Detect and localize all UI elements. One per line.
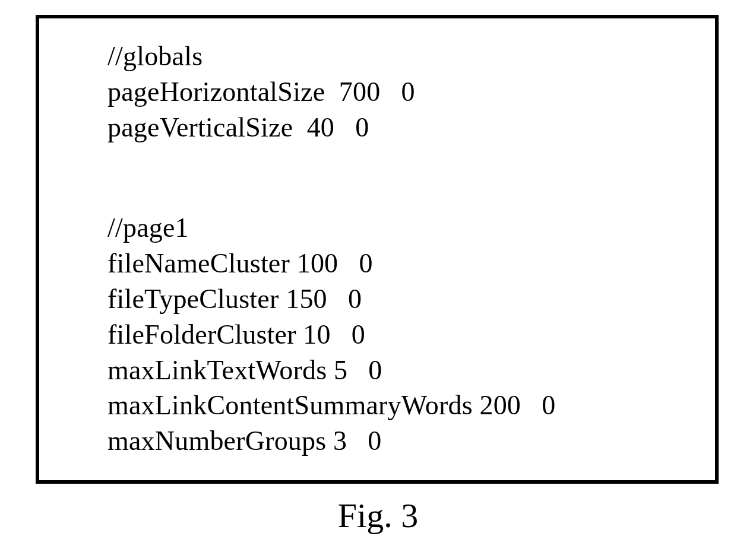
file-name-cluster: fileNameCluster 100 0 [107, 246, 691, 281]
comment-page1: //page1 [107, 210, 691, 246]
max-number-groups: maxNumberGroups 3 0 [107, 423, 691, 459]
max-link-text-words: maxLinkTextWords 5 0 [107, 353, 691, 388]
page-vertical-size: pageVerticalSize 40 0 [107, 110, 691, 145]
file-folder-cluster: fileFolderCluster 10 0 [107, 317, 691, 353]
figure-box: //globals pageHorizontalSize 700 0 pageV… [36, 15, 719, 484]
max-link-content-summary-words: maxLinkContentSummaryWords 200 0 [107, 388, 691, 423]
page-horizontal-size: pageHorizontalSize 700 0 [107, 74, 691, 110]
file-type-cluster: fileTypeCluster 150 0 [107, 281, 691, 317]
blank-spacer [107, 145, 691, 210]
figure-caption: Fig. 3 [0, 496, 756, 535]
comment-globals: //globals [107, 39, 691, 74]
